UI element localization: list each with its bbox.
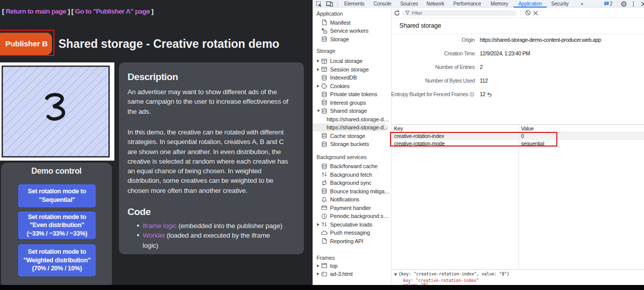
- refresh-icon[interactable]: [394, 10, 400, 16]
- table-header[interactable]: Key Value: [392, 125, 644, 132]
- sidebar-item-cookies[interactable]: Cookies: [313, 82, 391, 90]
- chevron-right-icon[interactable]: [317, 272, 319, 275]
- tab-security[interactable]: Security: [551, 0, 569, 8]
- publisher-a-page-link[interactable]: Go to "Publisher A" page: [75, 8, 150, 15]
- column-header-value: Value: [521, 125, 534, 132]
- sidebar-section-background-services: Background services: [313, 153, 391, 162]
- set-even-distribution-button[interactable]: Set rotation mode to "Even distribution"…: [18, 211, 96, 239]
- sidebar-item-notifications[interactable]: Notifications: [313, 195, 391, 204]
- filter-placeholder: Filter: [412, 10, 422, 16]
- sidebar-item-cache-storage[interactable]: Cache storage: [313, 131, 391, 140]
- sidebar-item-shared-storage-origin-1[interactable]: https://shared-storage-d…: [313, 115, 391, 123]
- chevron-down-icon[interactable]: [317, 110, 320, 112]
- sidebar-item-bounce-tracking-mitigations[interactable]: Bounce tracking mitiga…: [313, 187, 391, 195]
- report-title: Shared storage: [400, 22, 441, 29]
- code-heading: Code: [127, 206, 151, 218]
- frame-icon: [321, 262, 328, 269]
- tab-sources[interactable]: Sources: [400, 0, 418, 8]
- toolbar-divider: [521, 10, 521, 16]
- set-sequential-button[interactable]: Set rotation mode to "Sequential": [18, 184, 96, 207]
- screen: [ Return to main page ] [ Go to "Publish…: [0, 0, 644, 290]
- database-icon: [321, 91, 328, 98]
- preview-summary[interactable]: {key: "creative-rotation-index", value: …: [399, 272, 509, 276]
- tab-memory[interactable]: Memory: [491, 0, 508, 8]
- device-toolbar-icon[interactable]: [326, 0, 333, 8]
- column-divider: [519, 125, 519, 270]
- sidebar-item-manifest[interactable]: Manifest: [313, 19, 391, 27]
- sidebar-item-shared-storage[interactable]: Shared storage: [313, 107, 391, 115]
- database-icon: [321, 188, 328, 194]
- chevron-right-icon[interactable]: [317, 223, 319, 226]
- payment-card-icon: [321, 204, 328, 211]
- filter-input[interactable]: Filter: [402, 10, 517, 17]
- tab-performance[interactable]: Performance: [453, 0, 481, 8]
- arrows-up-down-icon: [321, 171, 328, 178]
- tab-network[interactable]: Network: [426, 0, 444, 8]
- database-icon: [321, 36, 328, 42]
- sidebar-item-push-messaging[interactable]: Push messaging: [313, 229, 391, 237]
- manifest-doc-icon: [321, 19, 328, 26]
- database-icon: [321, 163, 328, 170]
- report-row-origin: Origin https://shared-storage-demo-conte…: [392, 36, 644, 44]
- demo-control-heading: Demo control: [1, 167, 112, 176]
- chevron-right-icon[interactable]: [317, 59, 319, 62]
- sidebar-item-session-storage[interactable]: Session storage: [313, 65, 391, 74]
- close-devtools-icon[interactable]: [641, 0, 644, 8]
- expand-triangle-icon[interactable]: [394, 273, 397, 276]
- iframe-logic-link[interactable]: Iframe logic: [143, 222, 176, 230]
- reset-budget-icon[interactable]: [487, 92, 492, 97]
- info-icon[interactable]: [470, 92, 474, 97]
- chevron-right-icon[interactable]: [317, 85, 319, 88]
- sidebar-item-local-storage[interactable]: Local storage: [313, 57, 391, 65]
- sidebar-item-frame-top[interactable]: top: [313, 261, 391, 270]
- sync-icon: [321, 180, 328, 186]
- set-weighted-distribution-button[interactable]: Set rotation mode to "Weighted distribut…: [18, 244, 96, 276]
- ad-creative-sketch: [0, 62, 114, 161]
- sidebar-item-reporting-api[interactable]: Reporting API: [313, 237, 391, 245]
- description-panel: Description An advertiser may want to sh…: [119, 62, 304, 254]
- sidebar-item-private-state-tokens[interactable]: Private state tokens: [313, 90, 391, 99]
- sidebar-item-back-forward-cache[interactable]: Back/forward cache: [313, 162, 391, 171]
- chevron-right-icon[interactable]: [317, 264, 319, 267]
- cookie-icon: [321, 83, 328, 89]
- description-heading: Description: [127, 71, 178, 83]
- sidebar-item-speculative-loads[interactable]: Speculative loads: [313, 220, 391, 229]
- sidebar-item-storage-buckets[interactable]: Storage buckets: [313, 140, 391, 149]
- table-icon: [321, 66, 328, 72]
- more-tabs-icon[interactable]: »: [581, 0, 584, 8]
- description-paragraph: An advertiser may want to show different…: [127, 87, 305, 116]
- return-to-main-page-link[interactable]: Return to main page: [6, 8, 66, 15]
- tab-console[interactable]: Console: [373, 0, 391, 8]
- tab-elements[interactable]: Elements: [344, 0, 364, 8]
- sidebar-item-payment-handler[interactable]: Payment handler: [313, 203, 391, 212]
- delete-icon[interactable]: [533, 10, 539, 16]
- sidebar-section-frames: Frames: [313, 253, 391, 262]
- sidebar-item-shared-storage-origin-2[interactable]: https://shared-storage-d…: [313, 123, 388, 132]
- bullet-dot: [137, 234, 139, 236]
- devtools-tabbar: Elements Console Sources Network Perform…: [313, 0, 644, 8]
- database-icon: [321, 108, 328, 114]
- ad-creative-frame: [0, 62, 114, 161]
- iframe-icon: [321, 271, 328, 277]
- window-bottom-edge: [0, 285, 644, 290]
- sidebar-item-periodic-background-sync[interactable]: Periodic background s…: [313, 212, 391, 221]
- sidebar-section-application: Application: [313, 10, 391, 18]
- sidebar-item-background-sync[interactable]: Background sync: [313, 179, 391, 187]
- kebab-menu-icon[interactable]: [632, 0, 634, 8]
- database-icon: [321, 75, 328, 81]
- clock-icon: [321, 213, 328, 220]
- sidebar-item-storage[interactable]: Storage: [313, 35, 391, 44]
- settings-gear-icon[interactable]: [621, 0, 627, 8]
- sidebar-item-interest-groups[interactable]: Interest groups: [313, 98, 391, 107]
- sidebar-item-indexeddb[interactable]: IndexedDB: [313, 74, 391, 82]
- sidebar-item-frame-ad3[interactable]: ad-3.html: [313, 270, 391, 278]
- sidebar-item-background-fetch[interactable]: Background fetch: [313, 170, 391, 179]
- sidebar-item-service-workers[interactable]: Service workers: [313, 27, 391, 35]
- worklet-link[interactable]: Worklet: [143, 232, 165, 239]
- inspect-element-icon[interactable]: [316, 0, 322, 8]
- clear-icon[interactable]: [525, 10, 531, 16]
- chevron-right-icon[interactable]: [317, 68, 319, 71]
- issues-icon[interactable]: [604, 0, 609, 8]
- code-links-list: Iframe logic (embedded into the publishe…: [143, 221, 299, 250]
- bracket-text: ]: [150, 8, 153, 15]
